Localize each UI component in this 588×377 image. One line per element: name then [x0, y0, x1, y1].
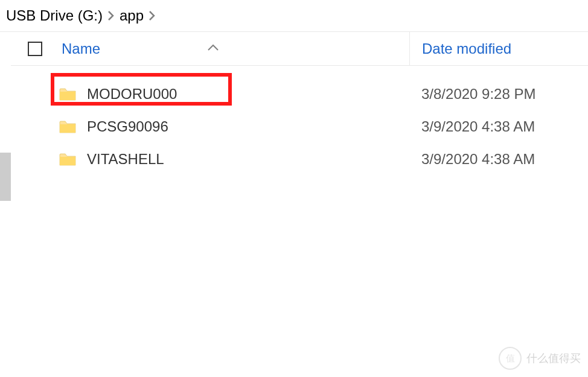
table-row[interactable]: MODORU000 3/8/2020 9:28 PM: [11, 78, 588, 110]
watermark-badge: 值: [499, 347, 522, 370]
column-headers: Name Date modified: [11, 32, 588, 66]
file-name: VITASHELL: [87, 151, 409, 168]
table-row[interactable]: PCSG90096 3/9/2020 4:38 AM: [11, 110, 588, 143]
file-date: 3/8/2020 9:28 PM: [409, 86, 588, 103]
chevron-right-icon[interactable]: [149, 10, 156, 21]
name-column-header[interactable]: Name: [59, 40, 409, 57]
watermark-text: 什么值得买: [526, 351, 581, 366]
folder-icon: [59, 87, 87, 101]
breadcrumb-item[interactable]: USB Drive (G:): [6, 7, 103, 24]
scrollbar-gutter[interactable]: [0, 32, 11, 373]
file-list: Name Date modified MODORU000 3/8/2020 9:…: [11, 32, 588, 373]
checkbox-icon[interactable]: [28, 42, 42, 56]
watermark: 值 什么值得买: [499, 347, 581, 370]
select-all-column[interactable]: [11, 42, 59, 56]
chevron-right-icon[interactable]: [107, 10, 115, 21]
table-row[interactable]: VITASHELL 3/9/2020 4:38 AM: [11, 143, 588, 176]
content-area: Name Date modified MODORU000 3/8/2020 9:…: [0, 32, 588, 373]
file-date: 3/9/2020 4:38 AM: [409, 151, 588, 168]
file-name: PCSG90096: [87, 118, 409, 135]
file-date: 3/9/2020 4:38 AM: [409, 118, 588, 135]
breadcrumb: USB Drive (G:) app: [0, 0, 588, 32]
name-header-label: Name: [62, 40, 100, 57]
folder-icon: [59, 152, 87, 166]
folder-icon: [59, 119, 87, 134]
sort-ascending-icon: [207, 38, 219, 55]
date-column-header[interactable]: Date modified: [409, 32, 588, 65]
file-name: MODORU000: [87, 86, 409, 103]
breadcrumb-item[interactable]: app: [120, 7, 144, 24]
file-rows: MODORU000 3/8/2020 9:28 PM PCSG90096 3/9…: [11, 66, 588, 176]
date-header-label: Date modified: [422, 40, 511, 57]
